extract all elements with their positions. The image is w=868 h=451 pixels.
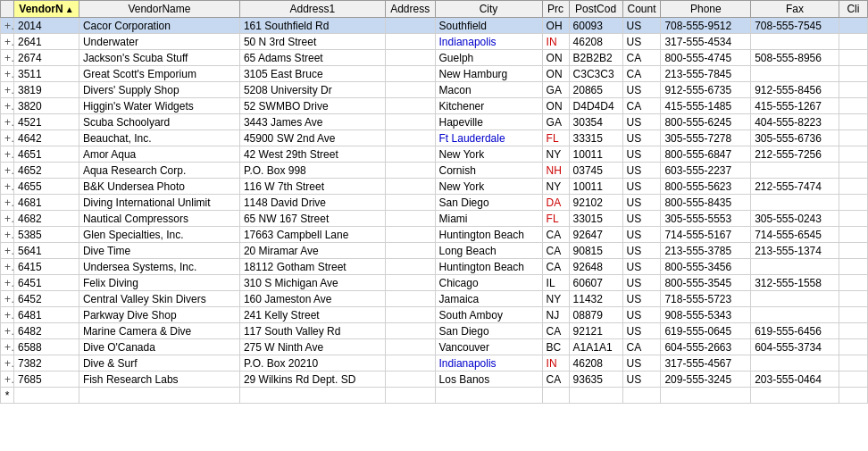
phone: 800-555-3545 <box>661 275 751 291</box>
expand-cell[interactable]: + <box>1 66 14 82</box>
column-header-fax[interactable]: Fax <box>751 1 839 18</box>
table-row[interactable]: +4681Diving International Unlimit1148 Da… <box>1 195 868 211</box>
cli <box>839 50 867 66</box>
state: GA <box>542 114 569 130</box>
table-row[interactable]: +2014Cacor Corporation161 Southfield RdS… <box>1 18 868 34</box>
table-row[interactable]: +3511Great Scott's Emporium3105 East Bru… <box>1 66 868 82</box>
expand-cell[interactable]: + <box>1 372 14 388</box>
expand-cell[interactable]: + <box>1 179 14 195</box>
table-row[interactable]: +6588Dive O'Canada275 W Ninth AveVancouv… <box>1 339 868 355</box>
table-row[interactable]: +4652Aqua Research Corp.P.O. Box 998Corn… <box>1 163 868 179</box>
expand-cell[interactable]: + <box>1 275 14 291</box>
expand-cell[interactable]: + <box>1 146 14 163</box>
state: NY <box>542 291 569 307</box>
table-row[interactable]: +6482Marine Camera & Dive117 South Valle… <box>1 323 868 339</box>
expand-cell[interactable]: + <box>1 323 14 339</box>
table-row[interactable]: +2674Jackson's Scuba Stuff65 Adams Stree… <box>1 50 868 66</box>
cli <box>839 275 867 291</box>
fax: 912-555-8456 <box>751 82 839 98</box>
phone: 305-555-5553 <box>661 211 751 227</box>
table-row[interactable]: +4682Nautical Compressors65 NW 167 Stree… <box>1 211 868 227</box>
vendor-name: Dive & Surf <box>79 355 239 372</box>
expand-cell[interactable]: + <box>1 243 14 259</box>
table-row[interactable]: +6415Undersea Systems, Inc.18112 Gotham … <box>1 259 868 275</box>
table-row[interactable]: +3819Divers' Supply Shop5208 University … <box>1 82 868 98</box>
vendor-id: 5385 <box>14 227 79 243</box>
column-header-postcode[interactable]: PostCod <box>569 1 622 18</box>
phone: 305-555-7278 <box>661 130 751 146</box>
expand-cell[interactable]: + <box>1 82 14 98</box>
expand-cell[interactable]: + <box>1 34 14 50</box>
cli <box>839 372 867 388</box>
column-header-address2[interactable]: Address <box>385 1 435 18</box>
table-row[interactable]: +5385Glen Specialties, Inc.17663 Campbel… <box>1 227 868 243</box>
vendor-id: 4642 <box>14 130 79 146</box>
table-row[interactable]: +4521Scuba Schoolyard3443 James AveHapev… <box>1 114 868 130</box>
postcode: 92121 <box>569 323 622 339</box>
column-header-phone[interactable]: Phone <box>661 1 751 18</box>
table-row[interactable]: +4651Amor Aqua42 West 29th StreetNew Yor… <box>1 146 868 163</box>
address1: 52 SWMBO Drive <box>239 98 385 114</box>
expand-cell[interactable]: + <box>1 98 14 114</box>
column-header-vendor[interactable]: VendorN▲ <box>14 1 79 18</box>
country: US <box>622 114 661 130</box>
phone: 800-555-3456 <box>661 259 751 275</box>
table-row[interactable]: +4655B&K Undersea Photo116 W 7th StreetN… <box>1 179 868 195</box>
new-row[interactable]: * <box>1 388 868 404</box>
country: US <box>622 275 661 291</box>
city: Vancouver <box>435 339 542 355</box>
expand-cell[interactable]: + <box>1 355 14 372</box>
expand-cell[interactable]: + <box>1 227 14 243</box>
state: CA <box>542 243 569 259</box>
table-row[interactable]: +2641Underwater50 N 3rd StreetIndianapol… <box>1 34 868 50</box>
fax: 312-555-1558 <box>751 275 839 291</box>
expand-cell[interactable]: + <box>1 50 14 66</box>
expand-cell[interactable]: + <box>1 307 14 323</box>
vendor-id: 3820 <box>14 98 79 114</box>
expand-cell[interactable]: + <box>1 339 14 355</box>
table-row[interactable]: +4642Beauchat, Inc.45900 SW 2nd AveFt La… <box>1 130 868 146</box>
column-header-city[interactable]: City <box>435 1 542 18</box>
column-header-cli[interactable]: Cli <box>839 1 867 18</box>
expand-cell[interactable]: + <box>1 195 14 211</box>
table-row[interactable]: +5641Dive Time20 Miramar AveLong BeachCA… <box>1 243 868 259</box>
city: Huntington Beach <box>435 259 542 275</box>
expand-cell[interactable]: + <box>1 18 14 34</box>
cli <box>839 355 867 372</box>
address2 <box>385 243 435 259</box>
vendor-id: 2641 <box>14 34 79 50</box>
table-row[interactable]: +6451Felix Diving310 S Michigan AveChica… <box>1 275 868 291</box>
column-header-address1[interactable]: Address1 <box>239 1 385 18</box>
expand-cell[interactable]: + <box>1 130 14 146</box>
column-header-expand[interactable] <box>1 1 14 18</box>
table-row[interactable]: +6481Parkway Dive Shop241 Kelly StreetSo… <box>1 307 868 323</box>
column-header-vendorname[interactable]: VendorName <box>79 1 239 18</box>
fax: 404-555-8223 <box>751 114 839 130</box>
table-row[interactable]: +7685Fish Research Labs29 Wilkins Rd Dep… <box>1 372 868 388</box>
cli <box>839 211 867 227</box>
fax <box>751 34 839 50</box>
table-row[interactable]: +7382Dive & SurfP.O. Box 20210Indianapol… <box>1 355 868 372</box>
country: US <box>622 243 661 259</box>
city: New York <box>435 179 542 195</box>
state: CA <box>542 323 569 339</box>
expand-cell[interactable]: + <box>1 259 14 275</box>
country: US <box>622 195 661 211</box>
state: GA <box>542 82 569 98</box>
city: Ft Lauderdale <box>435 130 542 146</box>
column-header-count[interactable]: Count <box>622 1 661 18</box>
data-grid: VendorN▲VendorNameAddress1AddressCityPrc… <box>0 0 868 451</box>
table-row[interactable]: +3820Higgin's Water Widgets52 SWMBO Driv… <box>1 98 868 114</box>
table-row[interactable]: +6452Central Valley Skin Divers160 James… <box>1 291 868 307</box>
expand-cell[interactable]: + <box>1 114 14 130</box>
state: ON <box>542 98 569 114</box>
country: US <box>622 179 661 195</box>
postcode: 90815 <box>569 243 622 259</box>
expand-cell[interactable]: + <box>1 291 14 307</box>
fax: 305-555-0243 <box>751 211 839 227</box>
expand-cell[interactable]: + <box>1 211 14 227</box>
vendor-name: Underwater <box>79 34 239 50</box>
state: CA <box>542 259 569 275</box>
expand-cell[interactable]: + <box>1 163 14 179</box>
column-header-prc[interactable]: Prc <box>542 1 569 18</box>
